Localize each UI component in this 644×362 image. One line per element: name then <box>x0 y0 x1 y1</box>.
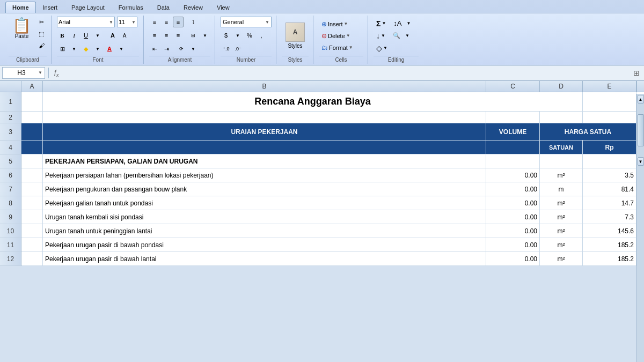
copy-button[interactable]: ⬚ <box>36 28 47 39</box>
vertical-scrollbar[interactable]: ▲ ▼ <box>636 94 644 362</box>
cell-2-a[interactable] <box>21 112 43 123</box>
cut-button[interactable]: ✂ <box>36 17 47 27</box>
row-header-10[interactable]: 10 <box>0 224 21 238</box>
row-header-4[interactable]: 4 <box>0 141 21 154</box>
font-name-dropdown[interactable]: Arial ▼ <box>57 17 115 27</box>
cell-9-c[interactable]: 0.00 <box>486 210 540 224</box>
row-header-9[interactable]: 9 <box>0 210 21 224</box>
indent-increase[interactable]: ⇥ <box>161 43 172 54</box>
formula-input[interactable] <box>61 69 631 77</box>
cell-5-e[interactable] <box>583 154 636 168</box>
col-header-e[interactable]: E <box>583 81 636 92</box>
wrap-text-button[interactable]: ⤵ <box>188 17 199 27</box>
col-header-a[interactable]: A <box>21 81 43 92</box>
align-top-center[interactable]: ≡ <box>161 17 172 27</box>
col-header-b[interactable]: B <box>43 81 486 92</box>
tab-home[interactable]: Home <box>5 2 36 13</box>
cell-7-a[interactable] <box>21 182 43 196</box>
cell-5-b[interactable]: PEKERJAAN PERSIAPAN, GALIAN DAN URUGAN <box>43 154 486 168</box>
number-format-dropdown[interactable]: General ▼ <box>221 17 272 27</box>
bold-button[interactable]: B <box>57 30 68 41</box>
cell-9-e[interactable]: 7.3 <box>583 210 636 224</box>
cell-5-c[interactable] <box>486 154 540 168</box>
cell-12-e[interactable]: 185.2 <box>583 252 636 265</box>
cell-9-a[interactable] <box>21 210 43 224</box>
name-box[interactable]: H3 ▼ <box>2 67 45 79</box>
cell-3-c[interactable]: VOLUME <box>486 123 540 140</box>
cell-10-a[interactable] <box>21 224 43 238</box>
cell-4-a[interactable] <box>21 141 43 154</box>
cell-2-d[interactable] <box>540 112 583 123</box>
row-header-7[interactable]: 7 <box>0 182 21 196</box>
cell-10-b[interactable]: Urugan tanah untuk peninggian lantai <box>43 224 486 238</box>
font-size-dropdown[interactable]: 11 ▼ <box>117 17 137 27</box>
align-left[interactable]: ≡ <box>149 30 160 41</box>
indent-decrease[interactable]: ⇤ <box>149 43 160 54</box>
merge-button[interactable]: ⊟ <box>188 30 199 41</box>
align-center[interactable]: ≡ <box>161 30 172 41</box>
cell-4-d[interactable]: SATUAN <box>540 141 583 154</box>
cell-11-d[interactable]: m² <box>540 238 583 252</box>
col-header-d[interactable]: D <box>540 81 583 92</box>
cell-4-b[interactable] <box>43 141 486 154</box>
cell-11-e[interactable]: 185.2 <box>583 238 636 252</box>
cell-6-b[interactable]: Pekerjaan persiapan lahan (pembersihan l… <box>43 168 486 182</box>
delete-button[interactable]: ⊖ Delete ▼ <box>319 31 353 41</box>
percent-button[interactable]: % <box>244 30 255 41</box>
cell-8-b[interactable]: Pekerjaan galian tanah untuk pondasi <box>43 196 486 210</box>
sort-button[interactable]: ↕A <box>391 18 404 28</box>
format-painter-button[interactable]: 🖌 <box>36 40 47 51</box>
cell-9-d[interactable]: m² <box>540 210 583 224</box>
row-header-12[interactable]: 12 <box>0 252 21 266</box>
cell-12-a[interactable] <box>21 252 43 265</box>
cell-8-a[interactable] <box>21 196 43 210</box>
comma-button[interactable]: , <box>256 30 267 41</box>
font-grow-button[interactable]: A <box>107 30 118 41</box>
col-header-c[interactable]: C <box>486 81 540 92</box>
cell-6-c[interactable]: 0.00 <box>486 168 540 182</box>
cell-1-b[interactable]: Rencana Anggaran Biaya <box>43 92 583 111</box>
font-shrink-button[interactable]: A <box>119 30 130 41</box>
clear-button[interactable]: ◇ ▼ <box>374 43 390 54</box>
cell-12-b[interactable]: Pekerjaan urugan pasir di bawah lantai <box>43 252 486 265</box>
scroll-up-button[interactable]: ▲ <box>638 95 644 104</box>
font-color-arrow[interactable]: ▼ <box>116 43 127 54</box>
cell-10-d[interactable]: m² <box>540 224 583 238</box>
dollar-button[interactable]: $ <box>221 30 231 41</box>
decrease-decimal-button[interactable]: .0⁻ <box>233 43 244 54</box>
border-button[interactable]: ⊞ <box>57 43 68 54</box>
cell-7-d[interactable]: m <box>540 182 583 196</box>
scroll-down-button[interactable]: ▼ <box>638 157 644 166</box>
align-top-right[interactable]: ≡ <box>173 17 184 27</box>
cell-3-b[interactable]: URAIAN PEKERJAAN <box>43 123 486 140</box>
cell-4-e[interactable]: Rp <box>583 141 636 154</box>
cell-3-a[interactable] <box>21 123 43 140</box>
ribbon-expand-button[interactable]: ⊞ <box>631 69 642 77</box>
tab-formulas[interactable]: Formulas <box>112 2 150 13</box>
paste-button[interactable]: 📋 Paste <box>9 17 35 41</box>
cell-11-b[interactable]: Pekerjaan urugan pasir di bawah pondasi <box>43 238 486 252</box>
insert-button[interactable]: ⊕ Insert ▼ <box>319 19 350 29</box>
font-color-button[interactable]: A <box>104 43 115 54</box>
cell-10-e[interactable]: 145.6 <box>583 224 636 238</box>
orientation-button[interactable]: ⟳ <box>176 43 187 54</box>
cell-7-c[interactable]: 0.00 <box>486 182 540 196</box>
row-header-8[interactable]: 8 <box>0 196 21 210</box>
fx-button[interactable]: fx <box>52 68 61 78</box>
increase-decimal-button[interactable]: ⁺.0 <box>221 43 232 54</box>
sum-button[interactable]: Σ ▼ <box>374 18 389 29</box>
cell-7-e[interactable]: 81.4 <box>583 182 636 196</box>
underline-arrow[interactable]: ▼ <box>92 30 103 41</box>
find-button[interactable]: 🔍 <box>390 31 403 40</box>
tab-review[interactable]: Review <box>177 2 210 13</box>
cell-8-e[interactable]: 14.7 <box>583 196 636 210</box>
cell-2-c[interactable] <box>486 112 540 123</box>
tab-insert[interactable]: Insert <box>36 2 65 13</box>
tab-page-layout[interactable]: Page Layout <box>64 2 112 13</box>
row-header-3[interactable]: 3 <box>0 123 21 141</box>
orientation-arrow[interactable]: ▼ <box>188 43 199 54</box>
cell-2-b[interactable] <box>43 112 486 123</box>
tab-data[interactable]: Data <box>150 2 177 13</box>
cell-1-e[interactable] <box>583 92 636 111</box>
row-header-5[interactable]: 5 <box>0 154 21 168</box>
